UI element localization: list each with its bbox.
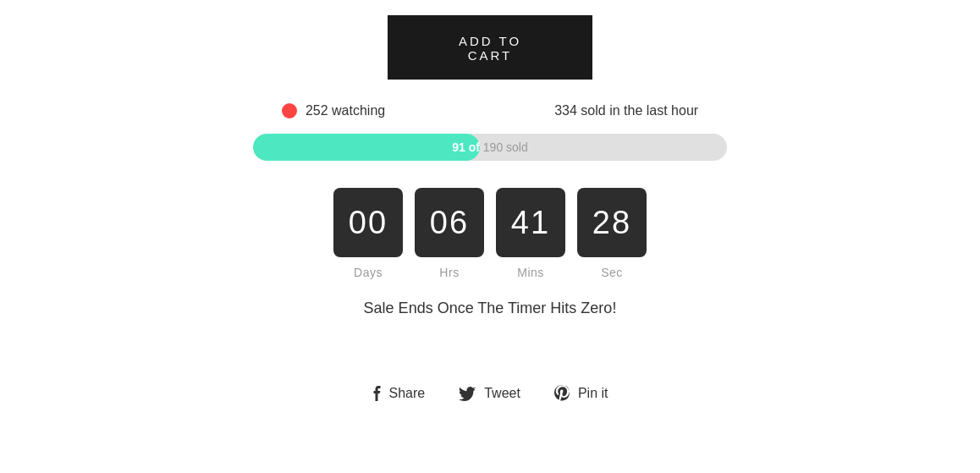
pinterest-icon [554,385,570,402]
add-to-cart-button[interactable]: ADD TO CART [388,15,592,80]
progress-bar-fill [253,134,480,161]
facebook-icon [372,385,381,402]
countdown-hours: 06 Hrs [415,188,484,279]
pinterest-pin-link[interactable]: Pin it [554,385,608,402]
twitter-tweet-link[interactable]: Tweet [459,386,520,401]
stats-row: 252 watching 334 sold in the last hour [245,103,735,118]
countdown-hours-box: 06 [415,188,484,257]
live-indicator-icon [282,103,297,118]
facebook-share-label: Share [389,386,426,401]
facebook-share-link[interactable]: Share [372,385,426,402]
countdown-seconds-label: Sec [601,266,623,279]
main-container: ADD TO CART 252 watching 334 sold in the… [245,15,735,402]
countdown-seconds: 28 Sec [577,188,647,279]
social-share-row: Share Tweet Pin it [372,385,608,402]
watching-text: 252 watching [306,103,385,118]
twitter-icon [459,387,476,401]
countdown-days-box: 00 [333,188,403,257]
watching-section: 252 watching [282,103,385,118]
countdown-minutes-label: Mins [517,266,544,279]
progress-bar-background [253,134,727,161]
sale-ends-message: Sale Ends Once The Timer Hits Zero! [364,300,617,317]
countdown-days: 00 Days [333,188,403,279]
countdown-hours-label: Hrs [439,266,459,279]
countdown-days-label: Days [354,266,383,279]
progress-container: 91 of 190 sold [253,134,727,161]
sold-text: 334 sold in the last hour [554,103,698,118]
countdown-seconds-box: 28 [577,188,647,257]
countdown-row: 00 Days 06 Hrs 41 Mins 28 Sec [333,188,647,279]
countdown-minutes-box: 41 [496,188,565,257]
pinterest-pin-label: Pin it [578,386,608,401]
twitter-tweet-label: Tweet [484,386,520,401]
sold-section: 334 sold in the last hour [554,103,698,118]
countdown-minutes: 41 Mins [496,188,565,279]
